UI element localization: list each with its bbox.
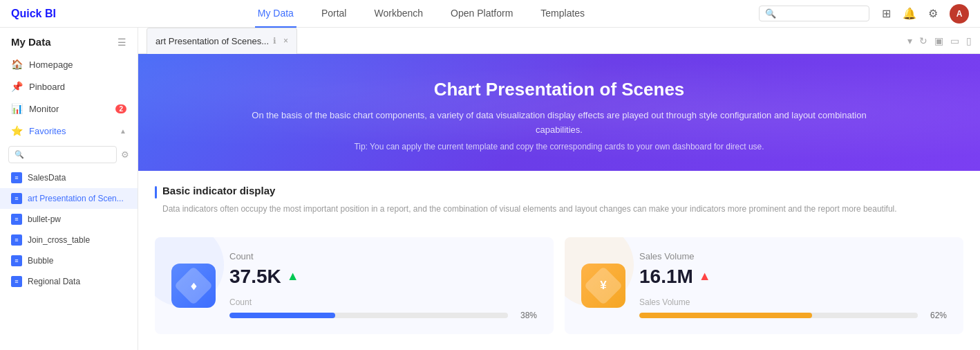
nav-portal[interactable]: Portal — [319, 0, 350, 28]
list-item-bullet-pw[interactable]: ≡ bullet-pw — [0, 209, 138, 230]
dataset-icon: ≡ — [11, 172, 22, 183]
tab-info-icon: ℹ — [273, 36, 276, 46]
nav-right: 🔍 ⊞ 🔔 ⚙ A — [759, 4, 969, 24]
sidebar-favorites-label: Favorites — [29, 126, 66, 136]
top-nav: Quick BI My Data Portal Workbench Open P… — [0, 0, 980, 28]
search-small-icon: 🔍 — [15, 150, 24, 159]
tab-close-button[interactable]: × — [283, 36, 288, 46]
pinboard-icon: 📌 — [11, 81, 22, 92]
hero-tip: Tip: You can apply the current template … — [155, 142, 963, 151]
sales-card-data: Sales Volume 16.1M ▲ Sales Volume 6 — [639, 251, 947, 320]
sales-trend-icon: ▲ — [699, 269, 711, 284]
section-title: Basic indicator display — [162, 185, 275, 196]
sales-progress-section: Sales Volume 62% — [639, 297, 947, 320]
sidebar-search-container: 🔍 ⚙ — [0, 142, 138, 167]
sales-volume-card: ¥ Sales Volume 16.1M ▲ Sales Volume — [565, 237, 963, 334]
dropdown-icon[interactable]: ▾ — [907, 35, 912, 46]
nav-workbench[interactable]: Workbench — [371, 0, 426, 28]
dataset-icon: ≡ — [11, 255, 22, 266]
nav-open-platform[interactable]: Open Platform — [448, 0, 516, 28]
list-item-art-label: art Presentation of Scen... — [28, 194, 124, 203]
hero-banner: Chart Presentation of Scenes On the basi… — [138, 54, 980, 171]
count-progress-pct: 38% — [515, 311, 537, 320]
count-trend-icon: ▲ — [287, 269, 299, 284]
list-item-salesdata-label: SalesData — [28, 173, 66, 183]
list-item-bullet-label: bullet-pw — [28, 214, 61, 224]
sales-progress-bg — [639, 313, 918, 318]
cards-row: ⬧ Count 37.5K ▲ Count — [138, 237, 980, 350]
chevron-up-icon: ▲ — [120, 127, 126, 135]
count-card: ⬧ Count 37.5K ▲ Count — [155, 237, 554, 334]
sales-value-row: 16.1M ▲ — [639, 266, 947, 288]
sales-label: Sales Volume — [639, 251, 947, 261]
list-item-art-presentation[interactable]: ≡ art Presentation of Scen... — [0, 188, 138, 209]
avatar[interactable]: A — [950, 4, 969, 24]
search-box[interactable]: 🔍 — [759, 6, 869, 21]
count-value-row: 37.5K ▲ — [229, 266, 537, 288]
mobile-view-icon[interactable]: ▯ — [966, 35, 972, 46]
tablet-view-icon[interactable]: ▭ — [950, 35, 959, 46]
sales-progress-label: Sales Volume — [639, 297, 947, 307]
desktop-view-icon[interactable]: ▣ — [934, 35, 943, 46]
sidebar-homepage-label: Homepage — [29, 59, 73, 70]
star-icon: ⭐ — [11, 125, 22, 136]
sidebar-item-favorites[interactable]: ⭐ Favorites ▲ — [0, 120, 138, 142]
sidebar-monitor-label: Monitor — [29, 104, 59, 114]
monitor-icon: 📊 — [11, 103, 22, 114]
list-item-join-label: Join_cross_table — [28, 235, 90, 245]
sales-progress-row: 62% — [639, 311, 947, 320]
list-item-regional-data[interactable]: ≡ Regional Data — [0, 271, 138, 292]
bell-icon[interactable]: 🔔 — [903, 7, 916, 21]
sidebar-item-homepage[interactable]: 🏠 Homepage — [0, 53, 138, 75]
sales-progress-pct: 62% — [925, 311, 947, 320]
app-logo: Quick BI — [11, 8, 56, 20]
dataset-icon: ≡ — [11, 214, 22, 225]
sales-progress-fill — [639, 313, 812, 318]
count-symbol: ⬧ — [189, 277, 198, 293]
count-progress-label: Count — [229, 297, 537, 307]
tab-bar: art Presentation of Scenes... ℹ × ▾ ↻ ▣ … — [138, 28, 980, 54]
count-card-icon: ⬧ — [171, 264, 216, 308]
list-item-salesdata[interactable]: ≡ SalesData — [0, 167, 138, 188]
count-value: 37.5K — [229, 266, 281, 288]
sidebar-search-input[interactable]: 🔍 — [8, 146, 117, 163]
tab-label: art Presentation of Scenes... — [156, 36, 269, 46]
nav-my-data[interactable]: My Data — [255, 0, 296, 28]
sales-card-icon: ¥ — [581, 264, 625, 308]
dataset-icon: ≡ — [11, 193, 22, 204]
sidebar-item-pinboard[interactable]: 📌 Pinboard — [0, 75, 138, 98]
sidebar-item-monitor[interactable]: 📊 Monitor 2 — [0, 98, 138, 120]
grid-icon[interactable]: ⊞ — [879, 7, 893, 21]
yen-symbol: ¥ — [600, 279, 606, 293]
sales-value: 16.1M — [639, 266, 693, 288]
filter-icon[interactable]: ⚙ — [121, 149, 129, 160]
dataset-icon: ≡ — [11, 234, 22, 246]
main-area: My Data ☰ 🏠 Homepage 📌 Pinboard 📊 Monito… — [0, 28, 980, 350]
nav-links: My Data Portal Workbench Open Platform T… — [84, 0, 759, 28]
hero-subtitle: On the basis of the basic chart componen… — [248, 109, 870, 138]
nav-templates[interactable]: Templates — [538, 0, 587, 28]
list-item-regional-label: Regional Data — [28, 277, 80, 286]
search-icon: 🔍 — [765, 8, 776, 19]
count-progress-row: 38% — [229, 311, 537, 320]
settings-icon[interactable]: ⚙ — [926, 7, 940, 21]
section-bar-indicator — [155, 186, 157, 199]
section-desc: Data indicators often occupy the most im… — [162, 203, 963, 215]
basic-indicator-section: Basic indicator display Data indicators … — [138, 171, 980, 237]
sidebar-menu-icon[interactable]: ☰ — [117, 37, 126, 48]
list-item-join-cross[interactable]: ≡ Join_cross_table — [0, 230, 138, 250]
refresh-icon[interactable]: ↻ — [919, 35, 927, 46]
dataset-icon: ≡ — [11, 276, 22, 287]
dashboard-content: Chart Presentation of Scenes On the basi… — [138, 54, 980, 350]
count-label: Count — [229, 251, 537, 261]
list-item-bubble[interactable]: ≡ Bubble — [0, 250, 138, 271]
section-header: Basic indicator display — [155, 185, 963, 199]
tab-art-presentation[interactable]: art Presentation of Scenes... ℹ × — [147, 28, 297, 54]
tab-bar-actions: ▾ ↻ ▣ ▭ ▯ — [907, 35, 972, 46]
monitor-badge: 2 — [115, 104, 126, 113]
count-progress-section: Count 38% — [229, 297, 537, 320]
home-icon: 🏠 — [11, 59, 22, 70]
count-progress-fill — [229, 313, 335, 318]
sidebar-title: My Data — [11, 36, 51, 48]
sidebar-pinboard-label: Pinboard — [29, 82, 65, 92]
